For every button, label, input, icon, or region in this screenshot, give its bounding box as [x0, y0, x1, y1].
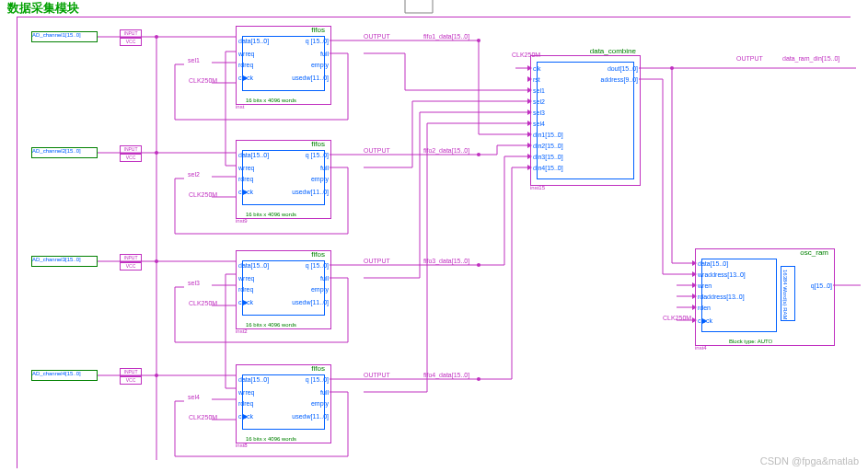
schematic-canvas[interactable]: 数据采集模块 AD_channel1[15..0] AD_channel2[15… [0, 0, 868, 472]
arrow-icon [527, 109, 532, 115]
clock-icon [702, 318, 707, 324]
fifo-block-3[interactable]: fifos data[15..0] wrreq rdreq clock q [1… [236, 250, 331, 329]
osc-ram-block[interactable]: osc_ram 16384 Word(s) RAM data[15..0] wr… [695, 248, 835, 346]
arrow-icon [527, 121, 532, 126]
input-ch3[interactable]: AD_channel3[15..0] [31, 256, 98, 267]
clock-icon [243, 414, 248, 420]
net-sel4-a: sel4 [188, 394, 200, 400]
clock-icon [243, 190, 248, 195]
net-output-3: OUTPUT [364, 258, 390, 264]
net-ramdin: data_ram_din[15..0] [782, 55, 839, 62]
stub-input-2: INPUT [120, 145, 142, 154]
net-sel2-a: sel2 [188, 171, 200, 178]
net-fifo2: fifo2_data[15..0] [423, 147, 469, 154]
net-fifo1: fifo1_data[15..0] [423, 33, 469, 40]
net-clk-a: CLK250M [189, 77, 217, 84]
arrow-icon [692, 271, 697, 277]
net-output-2: OUTPUT [364, 147, 390, 154]
net-clk-combine: CLK250M [512, 52, 540, 58]
arrow-icon [527, 65, 532, 71]
arrow-icon [527, 76, 532, 82]
arrow-icon [692, 282, 697, 288]
arrow-icon [527, 143, 532, 148]
net-output-4: OUTPUT [364, 372, 390, 378]
clock-icon [243, 300, 248, 305]
net-clk-c: CLK250M [189, 300, 217, 306]
fifo-block-1[interactable]: fifos data[15..0] wrreq rdreq clock q [1… [236, 26, 331, 105]
stub-vcc-1: VCC [120, 38, 142, 46]
fifo-block-4[interactable]: fifos data[15..0] wrreq rdreq clock q [1… [236, 364, 331, 443]
arrow-icon [527, 87, 532, 93]
stub-input-1: INPUT [120, 29, 142, 38]
stub-vcc-2: VCC [120, 154, 142, 162]
net-clk-d: CLK250M [189, 414, 217, 420]
fifo-block-2[interactable]: fifos data[15..0] wrreq rdreq clock q [1… [236, 140, 331, 219]
arrow-icon [527, 132, 532, 137]
net-sel1-a: sel1 [188, 57, 200, 63]
arrow-icon [527, 154, 532, 159]
input-ch2[interactable]: AD_channel2[15..0] [31, 147, 98, 158]
clock-icon [243, 75, 248, 81]
arrow-icon [527, 165, 532, 170]
arrow-icon [692, 317, 697, 323]
net-fifo4: fifo4_data[15..0] [423, 372, 469, 378]
arrow-icon [692, 260, 697, 266]
arrow-icon [527, 98, 532, 104]
module-title: 数据采集模块 [7, 0, 79, 17]
net-clk-b: CLK250M [189, 191, 217, 198]
arrow-icon [692, 294, 697, 299]
stub-vcc-3: VCC [120, 262, 142, 271]
data-combine-block[interactable]: data_combine clk rst sel1 sel2 sel3 sel4… [530, 55, 641, 186]
net-sel3-a: sel3 [188, 280, 200, 286]
stub-vcc-4: VCC [120, 376, 142, 385]
net-output-1: OUTPUT [364, 33, 390, 40]
stub-input-4: INPUT [120, 368, 142, 376]
input-ch1[interactable]: AD_channel1[15..0] [31, 31, 98, 42]
stub-input-3: INPUT [120, 254, 142, 262]
net-output-combine: OUTPUT [736, 55, 763, 62]
input-ch4[interactable]: AD_channel4[15..0] [31, 370, 98, 381]
arrow-icon [692, 305, 697, 310]
net-clk-ram: CLK250M [663, 315, 691, 321]
watermark: CSDN @fpga&matlab [760, 455, 859, 466]
net-fifo3: fifo3_data[15..0] [423, 258, 469, 264]
module-border [17, 17, 851, 468]
